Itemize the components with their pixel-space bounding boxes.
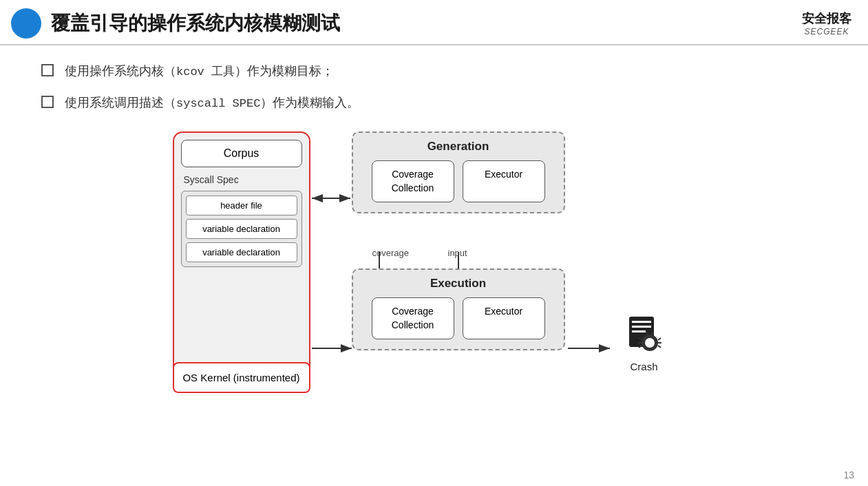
generation-title: Generation xyxy=(363,140,554,154)
logo-en: SECGEEK xyxy=(802,27,851,36)
logo-area: 安全报客 SECGEEK xyxy=(802,10,851,36)
coverage-collection-box-1: Coverage Collection xyxy=(372,160,454,202)
page-number: 13 xyxy=(843,469,854,480)
execution-box: Execution Coverage Collection Executor xyxy=(352,268,565,350)
bullet-item-2: 使用系统调用描述（syscall SPEC）作为模糊输入。 xyxy=(41,94,827,113)
var-decl-box-2: variable declaration xyxy=(186,242,297,262)
logo-cn: 安全报客 xyxy=(802,10,851,27)
checkbox-icon-2 xyxy=(41,96,54,108)
generation-box: Generation Coverage Collection Executor xyxy=(352,131,565,213)
code-kcov: kcov 工具 xyxy=(176,65,235,78)
svg-line-16 xyxy=(658,338,661,340)
checkbox-icon-1 xyxy=(41,64,54,76)
svg-rect-9 xyxy=(632,326,651,328)
execution-inner-row: Coverage Collection Executor xyxy=(363,297,554,339)
bullet-text-2: 使用系统调用描述（syscall SPEC）作为模糊输入。 xyxy=(65,94,359,113)
corpus-box: Corpus xyxy=(181,140,302,167)
syscall-box: header file variable declaration variabl… xyxy=(181,191,302,267)
executor-box-2: Executor xyxy=(463,297,545,339)
content-area: 使用操作系统内核（kcov 工具）作为模糊目标； 使用系统调用描述（syscal… xyxy=(0,45,868,404)
diagram-wrapper: Corpus Syscall Spec header file variable… xyxy=(173,131,696,393)
blue-circle-icon xyxy=(11,8,41,39)
bullets-section: 使用操作系统内核（kcov 工具）作为模糊目标； 使用系统调用描述（syscal… xyxy=(41,62,827,112)
arrow-labels-area: coverage input xyxy=(352,241,565,268)
syscall-spec-label: Syscall Spec xyxy=(181,174,302,185)
executor-box-1: Executor xyxy=(463,160,545,202)
svg-line-18 xyxy=(658,346,661,348)
code-syscall: syscall SPEC xyxy=(176,97,260,110)
header-left: 覆盖引导的操作系统内核模糊测试 xyxy=(11,8,340,39)
header: 覆盖引导的操作系统内核模糊测试 安全报客 SECGEEK xyxy=(0,0,868,45)
generation-inner-row: Coverage Collection Executor xyxy=(363,160,554,202)
coverage-collection-box-2: Coverage Collection xyxy=(372,297,454,339)
corpus-label: Corpus xyxy=(224,147,260,159)
input-label: input xyxy=(448,248,467,258)
page-title: 覆盖引导的操作系统内核模糊测试 xyxy=(51,10,340,36)
bullet-text-1: 使用操作系统内核（kcov 工具）作为模糊目标； xyxy=(65,62,334,81)
crash-area: Crash xyxy=(617,314,672,372)
svg-rect-8 xyxy=(632,321,651,323)
var-decl-box-1: variable declaration xyxy=(186,219,297,239)
bullet-item-1: 使用操作系统内核（kcov 工具）作为模糊目标； xyxy=(41,62,827,81)
os-kernel-box: OS Kernel (instrumented) xyxy=(173,362,310,393)
os-kernel-label: OS Kernel (instrumented) xyxy=(182,372,299,383)
crash-icon xyxy=(624,314,665,355)
left-panel: Corpus Syscall Spec header file variable… xyxy=(173,131,310,386)
svg-rect-10 xyxy=(632,330,646,332)
coverage-label: coverage xyxy=(372,248,409,258)
header-file-box: header file xyxy=(186,196,297,215)
svg-point-12 xyxy=(645,338,655,348)
right-section: Generation Coverage Collection Executor … xyxy=(352,131,565,350)
execution-title: Execution xyxy=(363,277,554,290)
crash-label: Crash xyxy=(617,361,672,372)
